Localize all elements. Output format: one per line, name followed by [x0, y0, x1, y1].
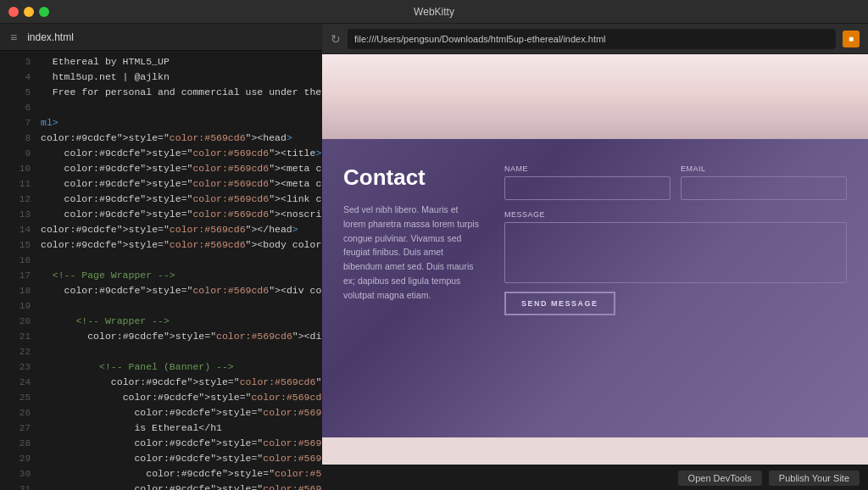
editor-tab: ≡ index.html [0, 24, 322, 51]
traffic-lights [8, 7, 49, 17]
code-line: 9 color:#9cdcfe">style="color:#569cd6"><… [0, 146, 322, 161]
form-group-email: Email [681, 164, 847, 200]
code-line: 19 [0, 298, 322, 314]
browser-action-icon[interactable]: ■ [843, 31, 860, 47]
code-line: 5 Free for personal and commercial use u… [0, 85, 322, 100]
code-line: 31 color:#9cdcfe">style="color:#569cd6">… [0, 482, 322, 490]
form-group-message: Message [504, 210, 847, 283]
name-label: Name [504, 164, 670, 173]
code-line: 12 color:#9cdcfe">style="color:#569cd6">… [0, 192, 322, 207]
preview-bottom [322, 437, 868, 465]
editor-tab-label: index.html [27, 31, 74, 43]
email-input[interactable] [681, 176, 847, 200]
code-line: 22 [0, 344, 322, 359]
contact-title: Contact [343, 164, 479, 191]
browser-panel: ↻ ■ Contact Sed vel nibh libero. Mauris … [322, 24, 868, 490]
main-container: ≡ index.html 3 Ethereal by HTML5_UP4 htm… [0, 24, 868, 490]
code-line: 21 color:#9cdcfe">style="color:#569cd6">… [0, 329, 322, 344]
code-line: 8color:#9cdcfe">style="color:#569cd6"><h… [0, 131, 322, 146]
code-line: 20 <!-- Wrapper --> [0, 314, 322, 329]
code-line: 14color:#9cdcfe">style="color:#569cd6"><… [0, 222, 322, 237]
title-bar: WebKitty [0, 0, 868, 24]
code-line: 13 color:#9cdcfe">style="color:#569cd6">… [0, 207, 322, 222]
preview-top [322, 54, 868, 139]
contact-description: Sed vel nibh libero. Mauris et lorem pha… [343, 203, 479, 303]
code-line: 25 color:#9cdcfe">style="color:#569cd6">… [0, 390, 322, 405]
publish-site-button[interactable]: Publish Your Site [769, 471, 860, 486]
app-title: WebKitty [414, 6, 454, 18]
code-line: 23 <!-- Panel (Banner) --> [0, 359, 322, 375]
code-line: 29 color:#9cdcfe">style="color:#569cd6">… [0, 451, 322, 466]
code-line: 16 [0, 253, 322, 268]
code-line: 28 color:#9cdcfe">style="color:#569cd6">… [0, 436, 322, 451]
code-line: 7ml> [0, 115, 322, 131]
bottom-bar: Open DevTools Publish Your Site [322, 465, 868, 490]
code-line: 27 is Ethereal</h1 [0, 420, 322, 436]
code-line: 15color:#9cdcfe">style="color:#569cd6"><… [0, 237, 322, 253]
code-line: 4 html5up.net | @ajlkn [0, 70, 322, 85]
code-line: 26 color:#9cdcfe">style="color:#569cd6">… [0, 405, 322, 420]
email-label: Email [681, 164, 847, 173]
message-textarea[interactable] [504, 222, 847, 283]
browser-toolbar: ↻ ■ [322, 24, 868, 54]
minimize-button[interactable] [24, 7, 34, 17]
close-button[interactable] [8, 7, 19, 17]
contact-section: Contact Sed vel nibh libero. Mauris et l… [322, 139, 868, 437]
form-group-name: Name [504, 164, 670, 200]
refresh-icon[interactable]: ↻ [331, 32, 341, 46]
code-line: 18 color:#9cdcfe">style="color:#569cd6">… [0, 283, 322, 298]
name-input[interactable] [504, 176, 670, 200]
code-line: 17 <!-- Page Wrapper --> [0, 268, 322, 283]
url-bar[interactable] [348, 29, 836, 49]
contact-left: Contact Sed vel nibh libero. Mauris et l… [343, 164, 479, 412]
code-editor: ≡ index.html 3 Ethereal by HTML5_UP4 htm… [0, 24, 322, 490]
maximize-button[interactable] [39, 7, 49, 17]
browser-content: Contact Sed vel nibh libero. Mauris et l… [322, 54, 868, 465]
hamburger-menu-icon[interactable]: ≡ [10, 31, 17, 44]
contact-form: Name Email Message SEND MESSAGE [504, 164, 847, 412]
form-row-name-email: Name Email [504, 164, 847, 200]
send-message-button[interactable]: SEND MESSAGE [504, 292, 615, 315]
code-line: 6 [0, 100, 322, 115]
code-content[interactable]: 3 Ethereal by HTML5_UP4 html5up.net | @a… [0, 51, 322, 490]
code-line: 11 color:#9cdcfe">style="color:#569cd6">… [0, 176, 322, 192]
code-line: 24 color:#9cdcfe">style="color:#569cd6">… [0, 375, 322, 390]
code-line: 10 color:#9cdcfe">style="color:#569cd6">… [0, 161, 322, 176]
message-label: Message [504, 210, 847, 219]
open-devtools-button[interactable]: Open DevTools [678, 471, 762, 486]
code-line: 3 Ethereal by HTML5_UP [0, 54, 322, 70]
code-line: 30 color:#9cdcfe">style="color:#569cd6">… [0, 466, 322, 482]
